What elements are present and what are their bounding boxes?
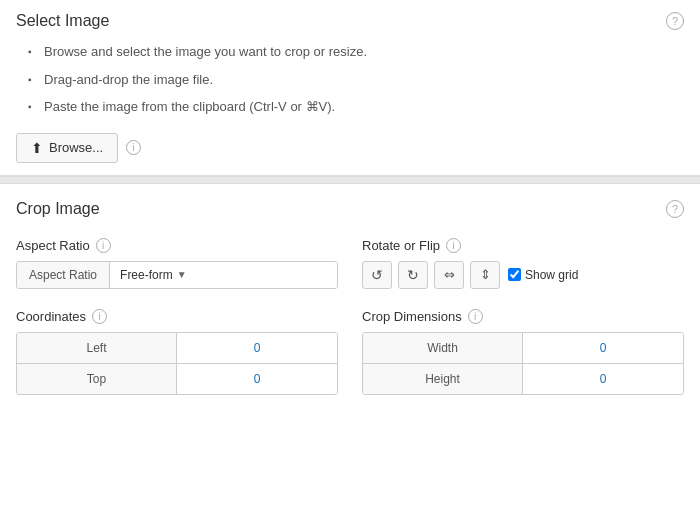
crop-image-help-icon[interactable]: ?: [666, 200, 684, 218]
show-grid-checkbox[interactable]: [508, 268, 521, 281]
browse-info-icon[interactable]: i: [126, 140, 141, 155]
dim-height-row: Height 0: [363, 364, 683, 394]
select-image-help-icon[interactable]: ?: [666, 12, 684, 30]
crop-image-header: Crop Image ?: [16, 200, 684, 218]
bullet-browse: Browse and select the image you want to …: [32, 42, 684, 62]
section-divider: [0, 176, 700, 184]
left-column: Aspect Ratio i Aspect Ratio Free-form ▼ …: [16, 238, 338, 395]
right-column: Rotate or Flip i ↺ ↻ ⇔: [362, 238, 684, 395]
dim-width-label: Width: [363, 333, 523, 363]
coord-left-row: Left 0: [17, 333, 337, 364]
aspect-ratio-group: Aspect Ratio i Aspect Ratio Free-form ▼: [16, 238, 338, 289]
rotate-controls: ↺ ↻ ⇔ ⇕ Show grid: [362, 261, 684, 289]
flip-horizontal-button[interactable]: ⇔: [434, 261, 464, 289]
upload-icon: ⬆: [31, 140, 43, 156]
rotate-flip-label-row: Rotate or Flip i: [362, 238, 684, 253]
rotate-flip-group: Rotate or Flip i ↺ ↻ ⇔: [362, 238, 684, 289]
aspect-ratio-label: Aspect Ratio: [16, 238, 90, 253]
dim-height-label: Height: [363, 364, 523, 394]
rotate-right-button[interactable]: ↻: [398, 261, 428, 289]
rotate-flip-info-icon[interactable]: i: [446, 238, 461, 253]
dim-width-row: Width 0: [363, 333, 683, 364]
coordinates-label: Coordinates: [16, 309, 86, 324]
crop-dimensions-table: Width 0 Height 0: [362, 332, 684, 395]
aspect-ratio-info-icon[interactable]: i: [96, 238, 111, 253]
aspect-ratio-row: Aspect Ratio Free-form ▼: [16, 261, 338, 289]
select-image-header: Select Image ?: [16, 12, 684, 30]
crop-dimensions-info-icon[interactable]: i: [468, 309, 483, 324]
crop-two-col: Aspect Ratio i Aspect Ratio Free-form ▼ …: [16, 238, 684, 395]
coordinates-info-icon[interactable]: i: [92, 309, 107, 324]
rotate-left-icon: ↺: [371, 267, 383, 283]
browse-button[interactable]: ⬆ Browse...: [16, 133, 118, 163]
dim-width-value[interactable]: 0: [523, 333, 683, 363]
crop-dimensions-group: Crop Dimensions i Width 0: [362, 309, 684, 395]
crop-image-title: Crop Image: [16, 200, 100, 218]
select-image-bullets: Browse and select the image you want to …: [16, 42, 684, 117]
coord-top-row: Top 0: [17, 364, 337, 394]
crop-image-section: Crop Image ? Aspect Ratio i Aspect Ratio…: [0, 184, 700, 415]
aspect-ratio-chevron-icon: ▼: [177, 269, 187, 280]
show-grid-label[interactable]: Show grid: [508, 268, 578, 282]
crop-dimensions-label-row: Crop Dimensions i: [362, 309, 684, 324]
coordinates-label-row: Coordinates i: [16, 309, 338, 324]
rotate-left-button[interactable]: ↺: [362, 261, 392, 289]
coordinates-group: Coordinates i Left 0: [16, 309, 338, 395]
coordinates-table: Left 0 Top 0: [16, 332, 338, 395]
dim-height-value[interactable]: 0: [523, 364, 683, 394]
aspect-ratio-cell-label: Aspect Ratio: [17, 262, 110, 288]
bullet-paste: Paste the image from the clipboard (Ctrl…: [32, 97, 684, 117]
select-image-section: Select Image ? Browse and select the ima…: [0, 0, 700, 176]
rotate-flip-label: Rotate or Flip: [362, 238, 440, 253]
rotate-right-icon: ↻: [407, 267, 419, 283]
flip-vertical-button[interactable]: ⇕: [470, 261, 500, 289]
select-image-title: Select Image: [16, 12, 109, 30]
flip-vertical-icon: ⇕: [480, 267, 491, 282]
aspect-ratio-label-row: Aspect Ratio i: [16, 238, 338, 253]
browse-row: ⬆ Browse... i: [16, 133, 684, 163]
coord-top-label: Top: [17, 364, 177, 394]
flip-horizontal-icon: ⇔: [444, 267, 455, 282]
crop-dimensions-label: Crop Dimensions: [362, 309, 462, 324]
coord-left-value[interactable]: 0: [177, 333, 337, 363]
bullet-drag: Drag-and-drop the image file.: [32, 70, 684, 90]
coord-left-label: Left: [17, 333, 177, 363]
aspect-ratio-select[interactable]: Free-form ▼: [110, 262, 337, 288]
coord-top-value[interactable]: 0: [177, 364, 337, 394]
